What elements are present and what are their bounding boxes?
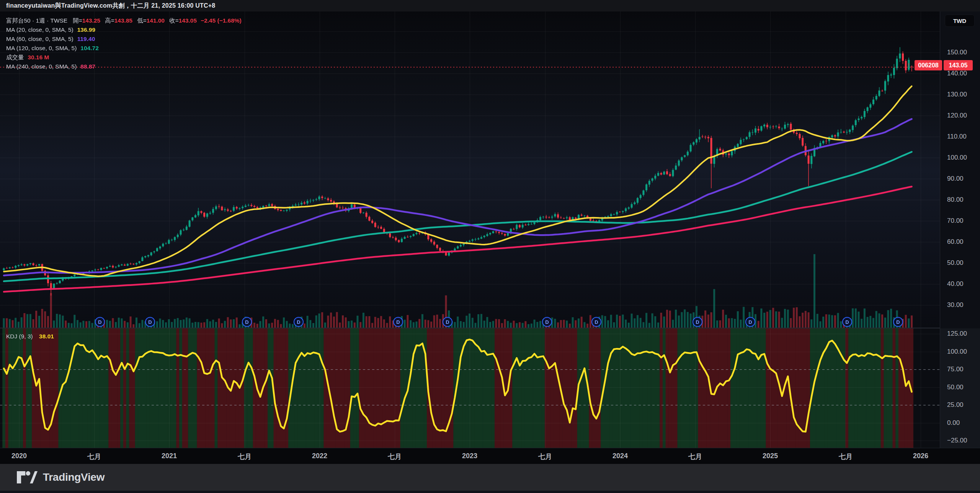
dividend-marker[interactable]: D xyxy=(294,317,304,327)
ohlc-item: 低=141.00 xyxy=(137,16,165,25)
dividend-marker[interactable]: D xyxy=(693,317,702,327)
time-tick: 七月 xyxy=(388,452,402,461)
chart-area: 富邦台50 · 1週 · TWSE 開=143.25高=143.85低=141.… xyxy=(0,11,980,448)
ohlc-item: 高=143.85 xyxy=(105,16,132,25)
price-tick: 40.00 xyxy=(947,280,964,288)
chart-canvas[interactable] xyxy=(0,11,940,448)
legend-row[interactable]: MA (20, close, 0, SMA, 5)136.99 xyxy=(6,25,242,34)
price-axis[interactable]: 150.00140.00130.00120.00110.00100.0090.0… xyxy=(940,11,980,448)
tradingview-chart-window: financeyutaiwan與TradingView.com共創，十二月 21… xyxy=(0,0,980,493)
time-tick: 2022 xyxy=(312,452,327,460)
price-tick: 70.00 xyxy=(947,217,964,225)
price-tick: 110.00 xyxy=(947,133,967,140)
dividend-marker[interactable]: D xyxy=(842,317,852,327)
legend-row[interactable]: MA (60, close, 0, SMA, 5)119.40 xyxy=(6,34,242,44)
kdj-label[interactable]: KDJ (9, 3) xyxy=(6,333,33,340)
price-tick: 100.00 xyxy=(947,154,967,162)
footer: TradingView xyxy=(0,464,980,491)
price-tick: 30.00 xyxy=(947,301,964,309)
dividend-marker[interactable]: D xyxy=(393,317,403,327)
legend-row[interactable]: MA (120, close, 0, SMA, 5)104.72 xyxy=(6,44,242,53)
ohlc-values: 開=143.25高=143.85低=141.00收=143.05 xyxy=(73,16,197,25)
tradingview-logo[interactable]: TradingView xyxy=(17,471,105,483)
price-tick: 150.00 xyxy=(947,49,967,56)
last-price-arrow-icon: ↑ xyxy=(907,61,910,68)
ohlc-item: 開=143.25 xyxy=(73,16,100,25)
bottom-strip xyxy=(0,491,980,493)
dividend-marker[interactable]: D xyxy=(893,317,903,327)
price-tick: 120.00 xyxy=(947,112,967,119)
dividend-marker[interactable]: D xyxy=(242,317,252,327)
dividend-marker[interactable]: D xyxy=(443,317,452,327)
time-tick: 七月 xyxy=(87,452,101,461)
symbol-row: 富邦台50 · 1週 · TWSE 開=143.25高=143.85低=141.… xyxy=(6,16,242,25)
price-tick: 90.00 xyxy=(947,175,964,183)
time-tick: 2021 xyxy=(162,452,177,460)
kdj-legend: KDJ (9, 3) 38.01 xyxy=(6,333,54,340)
time-tick: 七月 xyxy=(538,452,552,461)
dividend-marker[interactable]: D xyxy=(745,317,755,327)
chart-attribution-text: financeyutaiwan與TradingView.com共創，十二月 21… xyxy=(6,2,215,10)
time-tick: 七月 xyxy=(839,452,853,461)
symbol-title[interactable]: 富邦台50 · 1週 · TWSE xyxy=(6,16,67,25)
dividend-marker[interactable]: D xyxy=(542,317,552,327)
currency-button[interactable]: TWD xyxy=(945,15,975,27)
time-tick: 七月 xyxy=(238,452,252,461)
legend-row[interactable]: 成交量30.16 M xyxy=(6,53,242,62)
main-legend: 富邦台50 · 1週 · TWSE 開=143.25高=143.85低=141.… xyxy=(6,16,242,71)
tradingview-wordmark: TradingView xyxy=(43,471,105,483)
dividend-marker[interactable]: D xyxy=(145,317,155,327)
dividend-marker[interactable]: D xyxy=(591,317,601,327)
time-tick: 2024 xyxy=(612,452,628,460)
symbol-code-label: 006208 xyxy=(915,60,942,70)
last-price-badge: 006208 143.05 xyxy=(915,60,973,70)
time-tick: 2025 xyxy=(763,452,778,460)
price-tick: 130.00 xyxy=(947,91,967,98)
last-price-label: 143.05 xyxy=(944,60,973,70)
change-value: −2.45 (−1.68%) xyxy=(201,16,242,25)
time-tick: 七月 xyxy=(688,452,702,461)
price-tick: 140.00 xyxy=(947,70,967,77)
kdj-tick: 50.00 xyxy=(947,384,964,391)
time-tick: 2023 xyxy=(462,452,477,460)
time-tick: 2020 xyxy=(11,452,27,460)
legend-row[interactable]: MA (240, close, 0, SMA, 5)88.87 xyxy=(6,62,242,71)
chart-header: financeyutaiwan與TradingView.com共創，十二月 21… xyxy=(0,0,980,11)
kdj-tick: 125.00 xyxy=(947,330,967,338)
dividend-marker[interactable]: D xyxy=(95,317,105,327)
indicator-legend-rows: MA (20, close, 0, SMA, 5)136.99MA (60, c… xyxy=(6,25,242,71)
kdj-tick: 75.00 xyxy=(947,366,964,373)
time-tick: 2026 xyxy=(913,452,928,460)
price-tick: 60.00 xyxy=(947,238,964,246)
price-tick: 80.00 xyxy=(947,196,964,204)
ohlc-item: 收=143.05 xyxy=(169,16,197,25)
kdj-tick: 100.00 xyxy=(947,348,967,356)
kdj-tick: 0.00 xyxy=(947,419,960,427)
tradingview-logo-icon xyxy=(17,471,38,483)
kdj-value: 38.01 xyxy=(39,333,54,340)
time-axis[interactable]: 2020七月2021七月2022七月2023七月2024七月2025七月2026 xyxy=(0,448,980,464)
kdj-tick: 25.00 xyxy=(947,401,964,409)
price-tick: 50.00 xyxy=(947,259,964,267)
kdj-tick: −25.00 xyxy=(947,437,967,444)
